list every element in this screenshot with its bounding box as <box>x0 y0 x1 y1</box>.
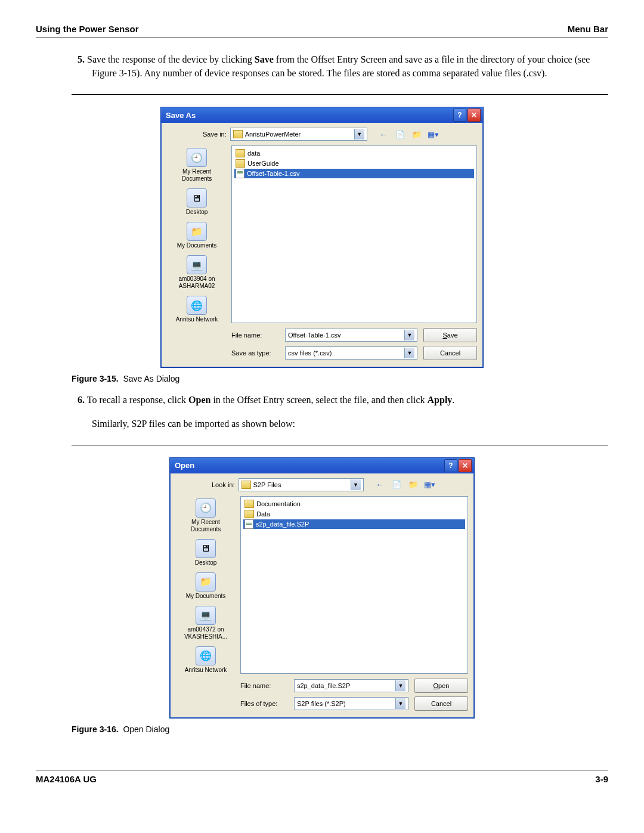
place-icon: 💻 <box>196 606 216 625</box>
place-label: My Documents <box>177 242 217 249</box>
up-one-level-icon[interactable]: 📄 <box>394 128 407 140</box>
file-item-label: Data <box>256 510 270 518</box>
views-icon[interactable]: ▦▾ <box>427 128 440 140</box>
chevron-down-icon[interactable]: ▼ <box>351 479 361 490</box>
place-label: Anritsu Network <box>185 667 227 674</box>
place-icon: 📁 <box>187 222 207 241</box>
folder-item[interactable]: data <box>234 148 474 158</box>
places-item[interactable]: 📁My Documents <box>167 222 227 249</box>
places-item[interactable]: 🕘My Recent Documents <box>167 148 227 182</box>
new-folder-icon[interactable]: 📁 <box>410 128 423 140</box>
close-icon[interactable]: ✕ <box>459 459 472 472</box>
instruction-6b: Similarly, S2P files can be imported as … <box>78 417 608 431</box>
folder-icon <box>242 481 251 489</box>
file-item-label: Documentation <box>256 500 301 507</box>
file-item-label: data <box>247 150 260 157</box>
folder-icon <box>236 149 245 157</box>
look-in-value: S2P Files <box>253 481 281 488</box>
place-label: Desktop <box>186 209 208 216</box>
titlebar[interactable]: Save As ? ✕ <box>161 107 483 123</box>
save-type-dropdown[interactable]: csv files (*.csv) ▼ <box>285 346 417 360</box>
file-type-label: Files of type: <box>240 700 288 707</box>
footer-right: 3-9 <box>595 774 608 784</box>
divider <box>72 445 608 445</box>
place-icon: 🕘 <box>196 498 216 518</box>
titlebar[interactable]: Open ? ✕ <box>170 458 474 473</box>
figure-15-caption: Figure 3-15. Save As Dialog <box>72 374 608 383</box>
folder-icon <box>236 159 245 168</box>
dialog-title: Open <box>175 461 194 470</box>
places-item[interactable]: 🖥Desktop <box>176 539 236 566</box>
chevron-down-icon[interactable]: ▼ <box>404 348 414 358</box>
place-icon: 🖥 <box>187 188 207 208</box>
place-icon: 🖥 <box>196 539 216 558</box>
place-icon: 🕘 <box>187 148 207 167</box>
instruction-5-num: 5. <box>78 54 85 64</box>
look-in-dropdown[interactable]: S2P Files ▼ <box>239 478 364 491</box>
file-name-input[interactable]: Offset-Table-1.csv ▼ <box>285 329 417 342</box>
new-folder-icon[interactable]: 📁 <box>407 479 420 491</box>
place-label: am004372 on VKASHESHIA... <box>176 626 236 640</box>
chevron-down-icon[interactable]: ▼ <box>354 129 364 140</box>
folder-item[interactable]: Data <box>243 509 465 519</box>
save-button[interactable]: Save <box>423 328 477 342</box>
place-label: am003904 on ASHARMA02 <box>167 275 227 290</box>
file-type-dropdown[interactable]: S2P files (*.S2P) ▼ <box>294 697 408 710</box>
header-right: Menu Bar <box>568 24 608 34</box>
places-item[interactable]: 💻am004372 on VKASHESHIA... <box>176 606 236 640</box>
chevron-down-icon[interactable]: ▼ <box>395 680 405 691</box>
place-label: My Recent Documents <box>167 168 227 182</box>
save-in-label: Save in: <box>203 131 227 138</box>
place-label: Desktop <box>195 559 217 566</box>
views-icon[interactable]: ▦▾ <box>423 479 436 491</box>
close-icon[interactable]: ✕ <box>467 109 481 122</box>
open-dialog: Open ? ✕ Look in: S2P Files ▼ ← 📄 <box>169 457 475 719</box>
file-item[interactable]: s2p_data_file.S2P <box>243 519 465 529</box>
file-item[interactable]: Offset-Table-1.csv <box>234 169 474 178</box>
places-item[interactable]: 📁My Documents <box>176 572 236 600</box>
places-bar: 🕘My Recent Documents🖥Desktop📁My Document… <box>167 145 227 323</box>
look-in-label: Look in: <box>212 481 235 488</box>
file-list[interactable]: DocumentationDatas2p_data_file.S2P <box>240 496 468 674</box>
open-button[interactable]: Open <box>414 679 468 693</box>
help-icon[interactable]: ? <box>444 459 457 472</box>
chevron-down-icon[interactable]: ▼ <box>395 698 405 709</box>
places-item[interactable]: 🌐Anritsu Network <box>176 646 236 674</box>
dialog-title: Save As <box>166 111 196 120</box>
save-in-value: AnristuPowerMeter <box>245 131 301 138</box>
places-item[interactable]: 🌐Anritsu Network <box>167 296 227 323</box>
place-icon: 💻 <box>187 255 207 274</box>
folder-item[interactable]: Documentation <box>243 499 465 509</box>
file-item-label: Offset-Table-1.csv <box>247 170 299 177</box>
file-item-label: s2p_data_file.S2P <box>256 521 309 528</box>
help-icon[interactable]: ? <box>453 109 466 122</box>
folder-icon <box>244 510 254 518</box>
file-name-label: File name: <box>240 682 288 689</box>
back-icon[interactable]: ← <box>373 479 386 491</box>
page-header: Using the Power Sensor Menu Bar <box>36 24 608 38</box>
instruction-6: 6. To recall a response, click Open in t… <box>78 393 608 407</box>
cancel-button[interactable]: Cancel <box>414 696 468 711</box>
file-icon <box>244 519 253 529</box>
cancel-button[interactable]: Cancel <box>423 346 477 360</box>
folder-icon <box>233 130 243 138</box>
place-icon: 📁 <box>196 572 216 592</box>
places-item[interactable]: 🖥Desktop <box>167 188 227 216</box>
up-one-level-icon[interactable]: 📄 <box>390 479 403 491</box>
folder-icon <box>244 500 254 508</box>
places-item[interactable]: 🕘My Recent Documents <box>176 498 236 533</box>
file-list[interactable]: dataUserGuideOffset-Table-1.csv <box>231 145 477 323</box>
places-item[interactable]: 💻am003904 on ASHARMA02 <box>167 255 227 290</box>
file-item-label: UserGuide <box>247 160 279 167</box>
back-icon[interactable]: ← <box>377 128 390 140</box>
header-left: Using the Power Sensor <box>36 24 139 34</box>
file-name-input[interactable]: s2p_data_file.S2P ▼ <box>294 679 408 692</box>
page-footer: MA24106A UG 3-9 <box>36 770 608 784</box>
place-label: My Recent Documents <box>176 519 236 533</box>
save-in-dropdown[interactable]: AnristuPowerMeter ▼ <box>230 128 367 141</box>
folder-item[interactable]: UserGuide <box>234 159 474 168</box>
file-name-label: File name: <box>231 332 279 339</box>
chevron-down-icon[interactable]: ▼ <box>404 330 414 340</box>
figure-16-caption: Figure 3-16. Open Dialog <box>72 724 608 734</box>
save-type-label: Save as type: <box>231 349 279 357</box>
